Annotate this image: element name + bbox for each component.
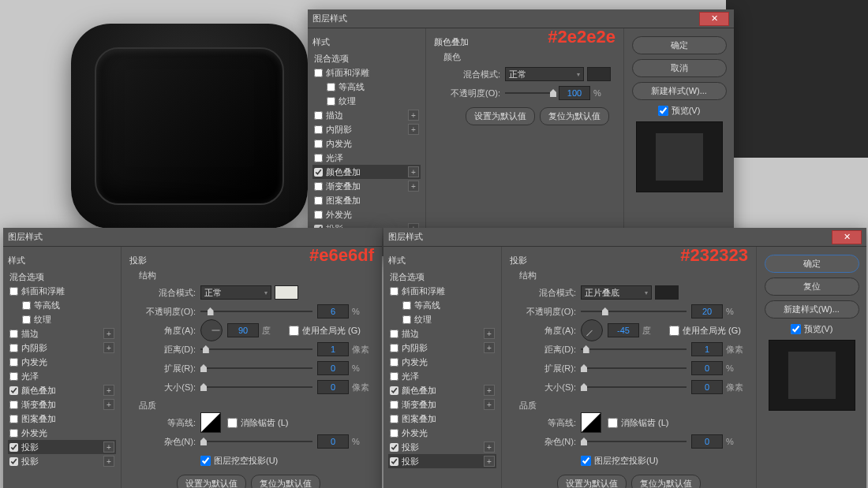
reset-default-button[interactable]: 复位为默认值	[540, 107, 609, 125]
style-item[interactable]: 光泽	[388, 369, 496, 383]
style-item[interactable]: 斜面和浮雕	[388, 284, 496, 298]
style-item[interactable]: 外发光	[312, 207, 421, 222]
blendmode-dropdown[interactable]: 正常▾	[200, 285, 271, 300]
style-item[interactable]: 描边 +	[312, 108, 421, 122]
blend-options[interactable]: 混合选项	[388, 270, 496, 284]
style-item[interactable]: 等高线	[8, 298, 116, 312]
style-checkbox[interactable]	[314, 125, 323, 134]
style-checkbox[interactable]	[22, 315, 31, 324]
add-effect-icon[interactable]: +	[484, 385, 495, 396]
style-item[interactable]: 光泽	[312, 151, 421, 165]
set-default-button[interactable]: 设置为默认值	[557, 475, 627, 488]
preview-checkbox[interactable]: 预览(V)	[658, 105, 701, 117]
style-item[interactable]: 内发光	[388, 355, 496, 369]
titlebar[interactable]: 图层样式	[3, 228, 382, 247]
add-effect-icon[interactable]: +	[408, 181, 419, 192]
style-checkbox[interactable]	[314, 182, 323, 191]
style-checkbox[interactable]	[390, 330, 398, 338]
style-checkbox[interactable]	[9, 400, 18, 409]
new-style-button[interactable]: 新建样式(W)...	[765, 300, 859, 319]
opacity-value[interactable]: 6	[317, 304, 349, 319]
style-checkbox[interactable]	[314, 168, 323, 177]
style-item[interactable]: 内阴影 +	[388, 341, 496, 355]
color-swatch[interactable]	[587, 67, 611, 81]
reset-default-button[interactable]: 复位为默认值	[631, 475, 701, 488]
spread-slider[interactable]	[581, 362, 687, 374]
style-checkbox[interactable]	[390, 358, 398, 367]
titlebar[interactable]: 图层样式 ✕	[308, 9, 734, 28]
style-item[interactable]: 外发光	[8, 426, 116, 440]
style-checkbox[interactable]	[9, 344, 18, 352]
opacity-slider[interactable]	[200, 305, 312, 318]
style-checkbox[interactable]	[402, 315, 411, 324]
size-slider[interactable]	[581, 381, 687, 393]
style-item[interactable]: 纹理	[312, 94, 421, 108]
style-checkbox[interactable]	[390, 415, 398, 423]
style-checkbox[interactable]	[402, 301, 411, 310]
style-checkbox[interactable]	[9, 330, 18, 338]
style-checkbox[interactable]	[9, 287, 18, 296]
style-item[interactable]: 斜面和浮雕	[312, 65, 421, 80]
style-item[interactable]: 投影 +	[8, 440, 116, 454]
style-checkbox[interactable]	[314, 140, 323, 148]
add-effect-icon[interactable]: +	[103, 328, 114, 339]
add-effect-icon[interactable]: +	[484, 441, 495, 453]
spread-slider[interactable]	[200, 362, 312, 374]
style-checkbox[interactable]	[390, 287, 398, 296]
style-checkbox[interactable]	[327, 97, 335, 106]
close-icon[interactable]: ✕	[699, 12, 729, 26]
add-effect-icon[interactable]: +	[408, 110, 419, 121]
blend-options[interactable]: 混合选项	[312, 51, 421, 65]
add-effect-icon[interactable]: +	[408, 166, 419, 177]
style-item[interactable]: 投影 +	[388, 454, 496, 468]
style-item[interactable]: 内阴影 +	[8, 341, 116, 355]
ok-button[interactable]: 确定	[765, 255, 859, 273]
style-item[interactable]: 斜面和浮雕	[8, 284, 116, 298]
global-light-checkbox[interactable]: 使用全局光 (G)	[669, 325, 741, 337]
style-item[interactable]: 颜色叠加 +	[8, 383, 116, 397]
style-checkbox[interactable]	[9, 372, 18, 381]
knockout-checkbox[interactable]: 图层挖空投影(U)	[200, 455, 278, 467]
add-effect-icon[interactable]: +	[103, 385, 114, 396]
ok-button[interactable]: 确定	[632, 36, 727, 54]
contour-picker[interactable]	[581, 412, 601, 433]
style-checkbox[interactable]	[327, 83, 335, 91]
angle-dial[interactable]	[581, 319, 603, 341]
add-effect-icon[interactable]: +	[484, 342, 495, 353]
style-item[interactable]: 投影 +	[8, 454, 116, 468]
style-item[interactable]: 内发光	[8, 355, 116, 369]
style-item[interactable]: 渐变叠加 +	[388, 397, 496, 412]
set-default-button[interactable]: 设置为默认值	[466, 107, 535, 125]
add-effect-icon[interactable]: +	[103, 342, 114, 353]
color-swatch[interactable]	[655, 285, 679, 300]
style-item[interactable]: 渐变叠加 +	[8, 397, 116, 412]
style-checkbox[interactable]	[9, 443, 18, 452]
style-item[interactable]: 描边 +	[8, 326, 116, 341]
reset-default-button[interactable]: 复位为默认值	[251, 475, 320, 488]
style-checkbox[interactable]	[9, 429, 18, 438]
blend-options[interactable]: 混合选项	[8, 270, 116, 284]
add-effect-icon[interactable]: +	[484, 328, 495, 339]
titlebar[interactable]: 图层样式✕	[383, 228, 866, 247]
angle-dial[interactable]	[200, 319, 223, 341]
blendmode-dropdown[interactable]: 正片叠底▾	[581, 285, 652, 300]
reset-button[interactable]: 复位	[765, 278, 859, 296]
add-effect-icon[interactable]: +	[408, 124, 419, 135]
angle-value[interactable]: -45	[608, 323, 639, 337]
style-item[interactable]: 投影 +	[388, 440, 496, 454]
style-item[interactable]: 外发光	[388, 426, 496, 440]
distance-slider[interactable]	[200, 343, 312, 356]
style-checkbox[interactable]	[314, 210, 323, 219]
add-effect-icon[interactable]: +	[103, 399, 114, 410]
style-item[interactable]: 颜色叠加 +	[312, 165, 421, 179]
style-checkbox[interactable]	[390, 443, 398, 452]
size-slider[interactable]	[200, 381, 312, 393]
opacity-value[interactable]: 100	[559, 86, 590, 100]
contour-picker[interactable]	[200, 412, 221, 433]
style-checkbox[interactable]	[390, 429, 398, 438]
add-effect-icon[interactable]: +	[484, 399, 495, 410]
knockout-checkbox[interactable]: 图层挖空投影(U)	[581, 455, 658, 467]
blendmode-dropdown[interactable]: 正常▾	[505, 67, 584, 81]
style-checkbox[interactable]	[22, 301, 31, 310]
antialias-checkbox[interactable]: 消除锯齿 (L)	[608, 417, 669, 429]
